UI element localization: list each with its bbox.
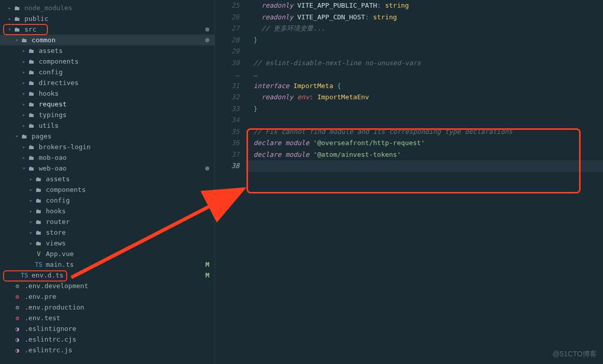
line-number: 36 (215, 137, 244, 149)
git-status-badge: M (205, 261, 209, 268)
folder-icon: 🖿 (28, 144, 36, 151)
chevron-down-icon: ▾ (14, 133, 19, 139)
tree-item-label: router (46, 218, 209, 226)
tree-item-node-modules[interactable]: ▸🖿node_modules (0, 3, 214, 13)
folder-icon: 🖿 (28, 58, 36, 65)
tree-item-utils[interactable]: ▸🖿utils (0, 120, 214, 131)
code-line[interactable]: interface ImportMeta { (245, 80, 603, 92)
watermark: @51CTO博客 (553, 350, 597, 359)
code-line[interactable]: // Fix cannot find module and its corres… (245, 126, 603, 138)
code-line[interactable]: readonly VITE_APP_CDN_HOST: string (245, 12, 603, 23)
code-line[interactable]: readonly VITE_APP_PUBLIC_PATH: string (245, 0, 603, 12)
folder-icon: 🖿 (35, 176, 43, 183)
code-line[interactable]: // eslint-disable-next-line no-unused-va… (245, 58, 603, 69)
chevron-down-icon: ▾ (21, 165, 26, 171)
tree-item-label: hooks (46, 207, 209, 215)
tree-item-label: config (46, 197, 209, 204)
tree-item-label: .eslintrc.js (24, 346, 209, 354)
tree-item-public[interactable]: ▸🖿public (0, 13, 214, 24)
tree-item--eslintrc-cjs[interactable]: ◑.eslintrc.cjs (0, 334, 214, 345)
folder-icon: 🖿 (28, 90, 36, 97)
chevron-down-icon: ▾ (14, 37, 19, 43)
tree-item-label: main.ts (46, 261, 202, 268)
tree-item--eslintignore[interactable]: ◑.eslintignore (0, 323, 214, 334)
tree-item-mob-oao[interactable]: ▸🖿mob-oao (0, 152, 214, 163)
tree-item-label: public (24, 15, 209, 22)
chevron-right-icon: ▸ (29, 187, 34, 192)
folder-icon: 🖿 (35, 218, 43, 226)
tree-item-config[interactable]: ▸🖿config (0, 195, 214, 206)
tree-item-components[interactable]: ▸🖿components (0, 184, 214, 195)
tree-item-label: assets (46, 175, 209, 183)
chevron-down-icon: ▾ (7, 26, 12, 32)
tree-item-config[interactable]: ▸🖿config (0, 67, 214, 77)
tree-item-App-vue[interactable]: VApp.vue (0, 248, 214, 259)
line-number: 37 (215, 149, 244, 161)
line-number: 29 (215, 46, 244, 58)
tree-item-src[interactable]: ▾🖿src (0, 24, 214, 35)
tree-item-label: config (39, 68, 209, 76)
code-line[interactable]: } (245, 35, 603, 46)
folder-icon: 🖿 (35, 197, 43, 204)
tree-item-request[interactable]: ▸🖿request (0, 99, 214, 109)
folder-icon: 🖿 (35, 208, 43, 215)
folder-icon: 🖿 (28, 69, 36, 76)
line-number: 33 (215, 103, 244, 115)
tree-item-assets[interactable]: ▸🖿assets (0, 174, 214, 184)
line-number: 30 (215, 58, 244, 69)
tree-item-main-ts[interactable]: TSmain.tsM (0, 259, 214, 270)
tree-item-hooks[interactable]: ▸🖿hooks (0, 88, 214, 99)
tree-item-label: node_modules (24, 4, 209, 12)
eslint-file-icon: ◑ (13, 347, 21, 354)
tree-item-store[interactable]: ▸🖿store (0, 227, 214, 238)
eslint-file-icon: ◑ (13, 336, 21, 343)
tree-item-label: .env.pre (24, 293, 209, 300)
chevron-right-icon: ▸ (21, 123, 26, 128)
tree-item-router[interactable]: ▸🖿router (0, 216, 214, 227)
tree-item--env-production[interactable]: ⚙.env.production (0, 302, 214, 313)
code-line[interactable] (245, 115, 603, 126)
tree-item--env-test[interactable]: ⚙.env.test (0, 313, 214, 323)
file-explorer-sidebar[interactable]: ▸🖿node_modules▸🖿public▾🖿src▾🖿common▸🖿ass… (0, 0, 215, 364)
tree-item--env-development[interactable]: ⚙.env.development (0, 281, 214, 291)
tree-item-common[interactable]: ▾🖿common (0, 35, 214, 45)
env-file-icon: ⚙ (13, 304, 21, 311)
line-number: 32 (215, 92, 244, 103)
tree-item--eslintrc-js[interactable]: ◑.eslintrc.js (0, 345, 214, 355)
tree-item--env-pre[interactable]: ⚙.env.pre (0, 291, 214, 302)
chevron-right-icon: ▸ (29, 219, 34, 225)
tree-item-components[interactable]: ▸🖿components (0, 56, 214, 67)
tree-item-label: directives (39, 79, 209, 87)
tree-item-assets[interactable]: ▸🖿assets (0, 45, 214, 56)
code-line[interactable] (245, 46, 603, 58)
code-line[interactable]: // 更多环境变量... (245, 23, 603, 35)
tree-item-hooks[interactable]: ▸🖿hooks (0, 206, 214, 216)
folder-icon: 🖿 (35, 229, 43, 236)
code-line[interactable] (245, 160, 603, 172)
code-line[interactable]: readonly env: ImportMetaEnv (245, 92, 603, 103)
code-line[interactable]: declare module '@overseafront/http-reque… (245, 137, 603, 149)
tree-item-brokers-login[interactable]: ▸🖿brokers-login (0, 142, 214, 152)
code-editor[interactable]: 252627282930…3132333435363738 readonly V… (215, 0, 603, 364)
folder-icon: 🖿 (35, 240, 43, 247)
tree-item-views[interactable]: ▸🖿views (0, 238, 214, 248)
chevron-right-icon: ▸ (7, 16, 12, 21)
tree-item-label: .eslintrc.cjs (24, 335, 209, 343)
tree-item-typings[interactable]: ▸🖿typings (0, 109, 214, 120)
chevron-right-icon: ▸ (21, 112, 26, 118)
tree-item-label: src (24, 25, 202, 33)
chevron-right-icon: ▸ (29, 208, 34, 214)
tree-item-label: .eslintignore (24, 325, 209, 332)
tree-item-label: components (46, 186, 209, 193)
tree-item-pages[interactable]: ▾🖿pages (0, 131, 214, 142)
tree-item-label: brokers-login (39, 143, 209, 151)
tree-item-directives[interactable]: ▸🖿directives (0, 77, 214, 88)
code-line[interactable]: } (245, 103, 603, 115)
folder-icon: 🖿 (35, 186, 43, 193)
chevron-right-icon: ▸ (21, 80, 26, 86)
folder-icon: 🖿 (28, 101, 36, 108)
tree-item-web-oao[interactable]: ▾🖿web-oao (0, 163, 214, 174)
code-area[interactable]: readonly VITE_APP_PUBLIC_PATH: string re… (245, 0, 603, 364)
code-line[interactable]: declare module '@atom/ainvest-tokens' (245, 149, 603, 161)
tree-item-env-d-ts[interactable]: TSenv.d.tsM (0, 270, 214, 281)
